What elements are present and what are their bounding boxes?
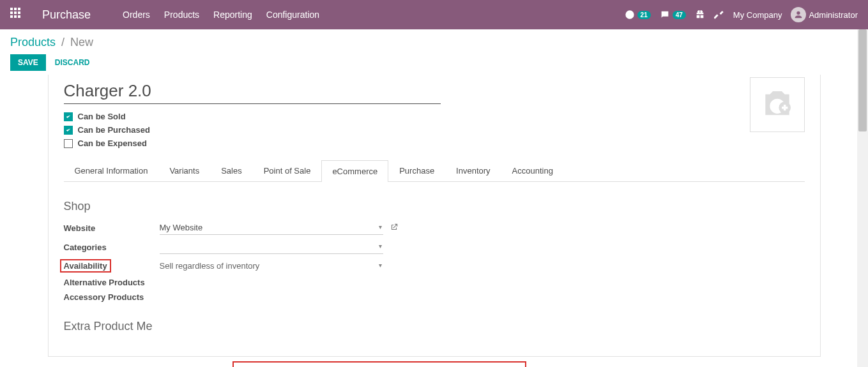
company-menu[interactable]: My Company — [733, 10, 782, 20]
menu-products[interactable]: Products — [164, 10, 199, 20]
alternative-products-label: Alternative Products — [64, 278, 160, 287]
website-field[interactable] — [160, 221, 383, 235]
control-panel: Products / New SAVE DISCARD — [0, 29, 868, 75]
activity-badge: 21 — [637, 11, 651, 19]
user-menu[interactable]: Administrator — [791, 7, 858, 22]
gift-icon[interactable] — [695, 10, 705, 20]
can-be-sold-label: Can be Sold — [78, 112, 126, 121]
can-be-purchased-label: Can be Purchased — [78, 125, 150, 135]
tab-point-of-sale[interactable]: Point of Sale — [253, 160, 322, 181]
form-sheet: Can be Sold Can be Purchased Can be Expe… — [48, 75, 821, 357]
top-navbar: Purchase Orders Products Reporting Confi… — [0, 0, 868, 29]
tab-inventory[interactable]: Inventory — [445, 160, 501, 181]
can-be-expensed-checkbox[interactable] — [64, 139, 73, 148]
tab-ecommerce[interactable]: eCommerce — [321, 160, 388, 182]
nav-right: 21 47 My Company Administrator — [625, 7, 858, 22]
main-menu: Orders Products Reporting Configuration — [123, 10, 319, 20]
apps-menu-icon[interactable] — [10, 8, 24, 22]
tab-purchase[interactable]: Purchase — [388, 160, 445, 181]
tab-general-information[interactable]: General Information — [64, 160, 159, 181]
categories-field[interactable] — [160, 240, 383, 254]
messages-icon[interactable]: 47 — [660, 10, 686, 20]
section-shop-title: Shop — [64, 200, 805, 213]
menu-configuration[interactable]: Configuration — [266, 10, 319, 20]
external-link-icon[interactable] — [390, 223, 399, 234]
can-be-purchased-row: Can be Purchased — [64, 125, 805, 135]
can-be-sold-checkbox[interactable] — [64, 112, 73, 121]
discard-button[interactable]: DISCARD — [55, 58, 90, 67]
product-name-input[interactable] — [64, 80, 441, 104]
accessory-products-label: Accessory Products — [64, 292, 160, 302]
availability-dropdown: Sell regardless of inventory Show invent… — [232, 361, 526, 367]
breadcrumb-parent[interactable]: Products — [10, 36, 56, 49]
can-be-expensed-row: Can be Expensed — [64, 139, 805, 148]
website-label: Website — [64, 223, 160, 233]
can-be-purchased-checkbox[interactable] — [64, 126, 73, 135]
scrollbar-thumb[interactable] — [858, 29, 867, 131]
breadcrumb-current: New — [70, 36, 93, 49]
section-extra-title: Extra Product Me — [64, 320, 805, 333]
user-name: Administrator — [809, 10, 858, 20]
tab-variants[interactable]: Variants — [158, 160, 210, 181]
avatar-icon — [791, 7, 806, 22]
menu-reporting[interactable]: Reporting — [213, 10, 252, 20]
tab-sales[interactable]: Sales — [210, 160, 253, 181]
app-brand[interactable]: Purchase — [42, 8, 91, 22]
can-be-expensed-label: Can be Expensed — [78, 139, 147, 148]
tabs: General Information Variants Sales Point… — [64, 160, 805, 182]
settings-icon[interactable] — [714, 10, 724, 20]
tab-accounting[interactable]: Accounting — [501, 160, 564, 181]
messages-badge: 47 — [673, 11, 686, 19]
menu-orders[interactable]: Orders — [123, 10, 150, 20]
breadcrumb: Products / New — [10, 36, 858, 49]
categories-label: Categories — [64, 243, 160, 252]
breadcrumb-sep: / — [61, 36, 65, 49]
availability-label: Availability — [60, 259, 111, 273]
can-be-sold-row: Can be Sold — [64, 112, 805, 121]
product-image-placeholder[interactable] — [750, 77, 805, 132]
availability-field[interactable] — [160, 259, 383, 273]
save-button[interactable]: SAVE — [10, 54, 46, 71]
activity-icon[interactable]: 21 — [625, 10, 651, 20]
